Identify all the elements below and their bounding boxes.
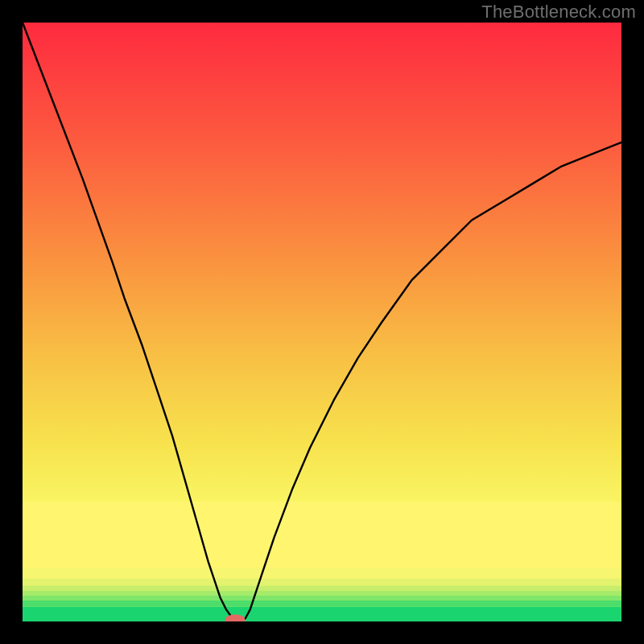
svg-rect-10 — [0, 621, 644, 644]
watermark-text: TheBottleneck.com — [481, 2, 636, 23]
svg-rect-12 — [621, 0, 644, 644]
svg-rect-2 — [23, 601, 621, 606]
svg-rect-1 — [23, 606, 621, 621]
svg-rect-5 — [23, 585, 621, 591]
svg-rect-7 — [23, 568, 621, 578]
svg-rect-6 — [23, 578, 621, 585]
svg-rect-4 — [23, 591, 621, 596]
svg-rect-3 — [23, 596, 621, 601]
svg-rect-8 — [23, 502, 621, 568]
svg-rect-11 — [0, 0, 23, 644]
bottleneck-chart — [0, 0, 644, 644]
